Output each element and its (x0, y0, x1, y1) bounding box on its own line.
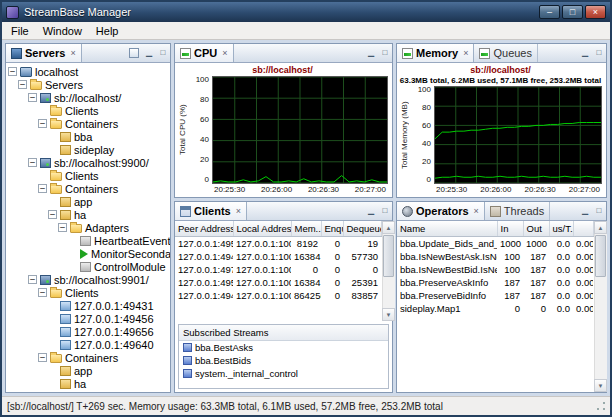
tree-item-sb-localhost[interactable]: −sb://localhost/ (8, 91, 170, 104)
column-header[interactable] (573, 221, 593, 236)
tree-item-clients[interactable]: Clients (8, 104, 170, 117)
column-header[interactable]: Enqu... (321, 221, 343, 236)
tab-queues[interactable]: Queues (474, 44, 538, 62)
maximize-view-icon[interactable]: □ (156, 46, 170, 60)
tree-item-clients[interactable]: Clients (8, 169, 170, 182)
close-tab-icon[interactable]: × (463, 48, 468, 58)
tree-item-heartbeateventactions[interactable]: HeartbeatEventActions (8, 234, 170, 247)
tick-label: 20 (200, 156, 209, 164)
tree-item-clients[interactable]: −Clients (8, 286, 170, 299)
tree-item-sb-localhost-9901[interactable]: −sb://localhost:9901/ (8, 273, 170, 286)
close-tab-icon[interactable]: × (222, 48, 227, 58)
scrollbar-thumb[interactable] (595, 235, 606, 277)
tree-item-servers[interactable]: −Servers (8, 78, 170, 91)
column-header[interactable]: Mem... (291, 221, 321, 236)
minimize-window-button[interactable]: – (539, 5, 560, 19)
collapse-icon[interactable]: − (28, 275, 37, 284)
scrollbar-thumb[interactable] (383, 235, 394, 277)
maximize-view-icon[interactable]: □ (378, 204, 392, 218)
scroll-down-icon[interactable]: ▼ (594, 379, 607, 392)
tree-item-containers[interactable]: −Containers (8, 351, 170, 364)
collapse-icon[interactable]: − (28, 93, 37, 102)
minimize-view-icon[interactable]: ▁ (142, 46, 156, 60)
column-header[interactable]: Local Address (233, 221, 291, 236)
tree-item-127-0-0-1-49456[interactable]: 127.0.0.1:49456 (8, 312, 170, 325)
tree-item-localhost[interactable]: −localhost (8, 65, 170, 78)
table-row[interactable]: 127.0.0.1:49469127.0.0.1:100008642560838… (175, 289, 381, 302)
tree-item-ha[interactable]: −ha (8, 208, 170, 221)
stream-list-item[interactable]: system._internal_control (179, 367, 388, 380)
tree-item-127-0-0-1-49431[interactable]: 127.0.0.1:49431 (8, 299, 170, 312)
collapse-icon[interactable]: − (38, 353, 47, 362)
menu-file[interactable]: File (4, 23, 36, 39)
maximize-view-icon[interactable]: □ (378, 46, 392, 60)
column-header[interactable]: us/T... (549, 221, 573, 236)
minimize-view-icon[interactable]: ▁ (578, 46, 592, 60)
column-header[interactable]: Out (523, 221, 549, 236)
collapse-icon[interactable]: − (38, 288, 47, 297)
menu-help[interactable]: Help (89, 23, 126, 39)
table-row[interactable]: bba.Update_Bids_and_Asks100010000.00.00 (397, 236, 593, 250)
close-window-button[interactable]: × (585, 5, 606, 19)
tree-item-app[interactable]: app (8, 195, 170, 208)
tab-operators[interactable]: Operators × (397, 202, 485, 220)
tree-item-adapters[interactable]: −Adapters (8, 221, 170, 234)
stream-list-item[interactable]: bba.BestBids (179, 354, 388, 367)
tab-threads[interactable]: Threads (485, 202, 550, 220)
tree-item-bba[interactable]: bba (8, 130, 170, 143)
minimize-view-icon[interactable]: ▁ (364, 204, 378, 218)
minimize-view-icon[interactable]: ▁ (578, 204, 592, 218)
collapse-icon[interactable]: − (48, 210, 57, 219)
column-header[interactable]: Dequeued (343, 221, 381, 236)
refresh-icon[interactable] (129, 48, 139, 58)
close-tab-icon[interactable]: × (474, 206, 479, 216)
stream-list-item[interactable]: bba.BestAsks (179, 341, 388, 354)
menu-window[interactable]: Window (36, 23, 89, 39)
collapse-icon[interactable]: − (8, 67, 17, 76)
collapse-icon[interactable]: − (38, 119, 47, 128)
titlebar[interactable]: StreamBase Manager – □ × (2, 2, 610, 22)
tree-item-app[interactable]: app (8, 364, 170, 377)
column-header[interactable]: In (497, 221, 523, 236)
maximize-window-button[interactable]: □ (562, 5, 583, 19)
tree-item-127-0-0-1-49656[interactable]: 127.0.0.1:49656 (8, 325, 170, 338)
column-header[interactable]: Peer Address (175, 221, 233, 236)
table-row[interactable]: 127.0.0.1:49718127.0.0.1:10000000 (175, 263, 381, 276)
scroll-up-icon[interactable]: ▲ (382, 221, 395, 234)
tree-item-ha[interactable]: ha (8, 377, 170, 390)
column-header[interactable]: Name (397, 221, 497, 236)
tab-clients[interactable]: Clients × (175, 202, 247, 220)
tab-cpu[interactable]: CPU × (175, 44, 234, 62)
minimize-view-icon[interactable]: ▁ (364, 46, 378, 60)
scroll-up-icon[interactable]: ▲ (594, 221, 607, 234)
tree-item-sb-localhost-9900[interactable]: −sb://localhost:9900/ (8, 156, 170, 169)
table-row[interactable]: 127.0.0.1:49504127.0.0.1:100008192019 (175, 236, 381, 250)
tree-item-controlmodule[interactable]: ControlModule (8, 260, 170, 273)
tree-item-monitorsecondary[interactable]: MonitorSecondary (8, 247, 170, 260)
table-row[interactable]: bba.IsNewBestBid.IsNewB...1001870.00.00 (397, 263, 593, 276)
table-row[interactable]: bba.PreserveBidInfo1871870.00.00 (397, 289, 593, 302)
close-tab-icon[interactable]: × (236, 206, 241, 216)
tree-item-containers[interactable]: −Containers (8, 182, 170, 195)
maximize-view-icon[interactable]: □ (592, 204, 606, 218)
tree-item-containers[interactable]: −Containers (8, 117, 170, 130)
resize-grip[interactable] (595, 400, 607, 412)
collapse-icon[interactable]: − (58, 223, 67, 232)
table-row[interactable]: bba.IsNewBestAsk.IsNewB...1001870.00.00 (397, 250, 593, 263)
table-row[interactable]: sideplay.Map1000.00.00 (397, 302, 593, 315)
table-row[interactable]: bba.PreserveAskInfo1871870.00.00 (397, 276, 593, 289)
operators-scrollbar[interactable]: ▲ ▼ (594, 221, 607, 392)
tree-item-127-0-0-1-49640[interactable]: 127.0.0.1:49640 (8, 338, 170, 351)
maximize-view-icon[interactable]: □ (592, 46, 606, 60)
table-row[interactable]: 127.0.0.1:49518127.0.0.1:100001638402539… (175, 276, 381, 289)
collapse-icon[interactable]: − (18, 80, 27, 89)
collapse-icon[interactable]: − (38, 184, 47, 193)
tab-memory[interactable]: Memory × (397, 44, 474, 62)
close-tab-icon[interactable]: × (70, 48, 75, 58)
tab-servers[interactable]: Servers × (6, 44, 82, 62)
collapse-icon[interactable]: − (28, 158, 37, 167)
tree-item-sideplay[interactable]: sideplay (8, 143, 170, 156)
scroll-down-icon[interactable]: ▼ (382, 308, 395, 321)
table-row[interactable]: 127.0.0.1:49477127.0.0.1:100001638405773… (175, 250, 381, 263)
clients-scrollbar[interactable]: ▲ ▼ (382, 221, 395, 321)
